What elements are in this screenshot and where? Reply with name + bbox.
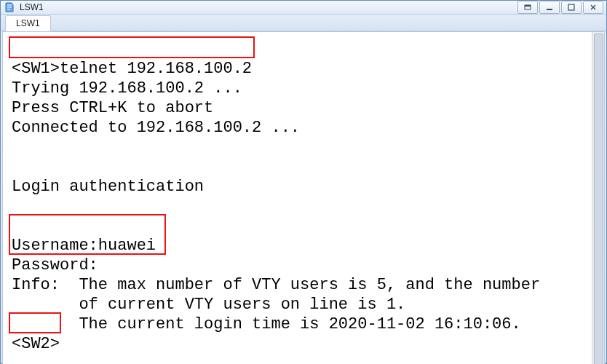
- term-line: of current VTY users on line is 1.: [12, 296, 405, 314]
- console-panel: <SW1>telnet 192.168.100.2 Trying 192.168…: [2, 31, 605, 364]
- close-button[interactable]: [583, 1, 603, 14]
- term-line: Username:huawei: [12, 237, 156, 255]
- term-line: <SW2>: [12, 335, 60, 353]
- tab-bar: LSW1: [1, 15, 606, 31]
- svg-rect-1: [525, 5, 531, 7]
- tab-lsw1[interactable]: LSW1: [5, 15, 51, 31]
- scrollbar-thumb[interactable]: [594, 33, 603, 364]
- titlebar: LSW1: [1, 1, 606, 15]
- app-window: LSW1 LSW1 <SW1>telnet 192.168.100.2 Tryi…: [0, 0, 607, 364]
- svg-rect-2: [547, 9, 552, 10]
- term-line: Info: The max number of VTY users is 5, …: [12, 276, 540, 294]
- window-controls: [517, 1, 603, 14]
- console-viewport[interactable]: <SW1>telnet 192.168.100.2 Trying 192.168…: [3, 32, 604, 364]
- term-line: Password:: [12, 256, 98, 274]
- window-title: LSW1: [20, 2, 517, 12]
- maximize-button[interactable]: [561, 1, 582, 14]
- term-line: Login authentication: [12, 178, 204, 196]
- window-option-button[interactable]: [517, 1, 538, 14]
- term-line: Trying 192.168.100.2 ...: [12, 79, 242, 98]
- minimize-button[interactable]: [539, 1, 560, 14]
- app-icon: [4, 1, 15, 13]
- term-line: The current login time is 2020-11-02 16:…: [12, 315, 521, 333]
- highlight-box: [9, 36, 255, 58]
- vertical-scrollbar[interactable]: [592, 32, 604, 364]
- term-line: <SW1>telnet 192.168.100.2: [12, 60, 252, 78]
- term-line: Press CTRL+K to abort: [12, 99, 213, 117]
- tab-label: LSW1: [16, 18, 40, 28]
- svg-rect-3: [568, 4, 574, 10]
- term-line: Connected to 192.168.100.2 ...: [12, 119, 300, 137]
- console-output: <SW1>telnet 192.168.100.2 Trying 192.168…: [3, 32, 604, 364]
